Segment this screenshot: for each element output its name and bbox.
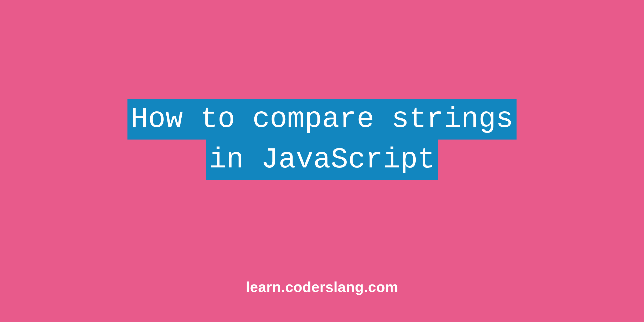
title-container: How to compare strings in JavaScript bbox=[127, 99, 517, 180]
title-line-1: How to compare strings bbox=[127, 99, 517, 140]
title-line-2: in JavaScript bbox=[206, 140, 438, 180]
footer-url: learn.coderslang.com bbox=[246, 279, 398, 295]
